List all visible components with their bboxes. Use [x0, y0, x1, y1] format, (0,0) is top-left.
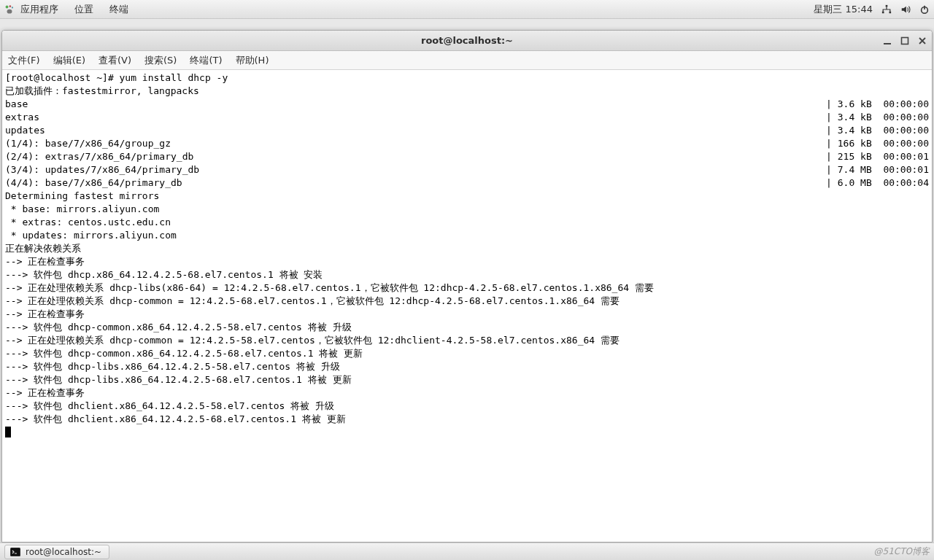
taskbar: root@localhost:~ @51CTO博客 — [0, 542, 934, 560]
svg-point-3 — [7, 9, 12, 13]
power-icon[interactable] — [919, 4, 930, 15]
volume-icon[interactable] — [900, 4, 911, 15]
terminal-icon — [9, 546, 21, 558]
minimize-button[interactable] — [882, 36, 892, 46]
window-controls — [882, 31, 927, 50]
svg-point-2 — [12, 7, 13, 8]
menubar: 文件(F) 编辑(E) 查看(V) 搜索(S) 终端(T) 帮助(H) — [2, 51, 932, 70]
menu-terminal-m[interactable]: 终端(T) — [190, 54, 222, 67]
panel-datetime[interactable]: 星期三 15:44 — [814, 3, 873, 16]
svg-point-0 — [6, 5, 9, 8]
svg-rect-8 — [884, 43, 891, 44]
svg-point-1 — [9, 5, 11, 7]
window-title: root@localhost:~ — [421, 35, 513, 46]
svg-rect-4 — [886, 4, 888, 7]
network-icon[interactable] — [881, 4, 892, 15]
svg-rect-9 — [902, 37, 908, 44]
top-panel: 应用程序 位置 终端 星期三 15:44 — [0, 0, 934, 19]
svg-rect-6 — [889, 11, 892, 13]
menu-applications[interactable]: 应用程序 — [20, 3, 58, 16]
menu-view[interactable]: 查看(V) — [99, 54, 131, 67]
menu-file[interactable]: 文件(F) — [8, 54, 40, 67]
menu-search[interactable]: 搜索(S) — [144, 54, 177, 67]
top-panel-right: 星期三 15:44 — [814, 3, 930, 16]
watermark: @51CTO博客 — [874, 545, 930, 558]
desktop: root@localhost:~ 文件(F) 编辑(E) 查看(V) 搜索(S)… — [0, 19, 934, 542]
taskbar-item-label: root@localhost:~ — [26, 547, 101, 557]
taskbar-item-terminal[interactable]: root@localhost:~ — [4, 545, 109, 559]
gnome-foot-icon — [4, 4, 15, 15]
menu-terminal[interactable]: 终端 — [109, 3, 128, 16]
top-panel-left: 应用程序 位置 终端 — [4, 3, 128, 16]
close-button[interactable] — [917, 36, 927, 46]
svg-rect-5 — [882, 11, 884, 13]
terminal-output[interactable]: [root@localhost ~]# yum install dhcp -y已… — [2, 70, 932, 542]
titlebar[interactable]: root@localhost:~ — [2, 31, 932, 51]
terminal-window: root@localhost:~ 文件(F) 编辑(E) 查看(V) 搜索(S)… — [1, 30, 933, 542]
svg-rect-11 — [11, 548, 20, 556]
menu-help[interactable]: 帮助(H) — [236, 54, 269, 67]
menu-edit[interactable]: 编辑(E) — [53, 54, 85, 67]
maximize-button[interactable] — [900, 36, 910, 46]
menu-places[interactable]: 位置 — [74, 3, 93, 16]
